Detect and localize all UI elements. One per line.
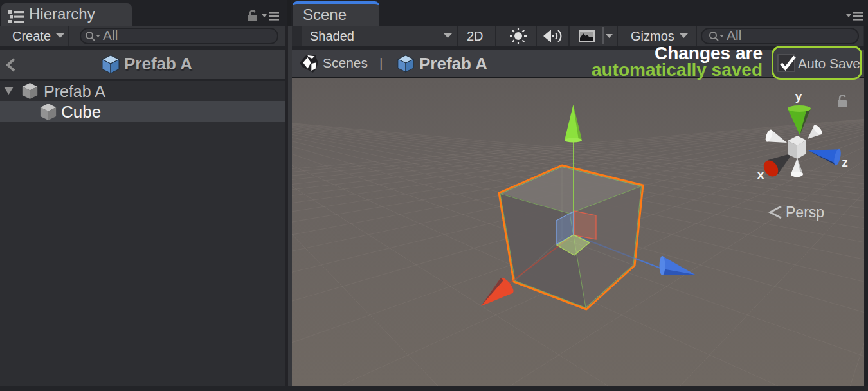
svg-text:Persp: Persp [786, 204, 824, 221]
svg-text:z: z [842, 156, 848, 169]
svg-text:y: y [795, 89, 802, 103]
svg-text:x: x [757, 168, 764, 181]
